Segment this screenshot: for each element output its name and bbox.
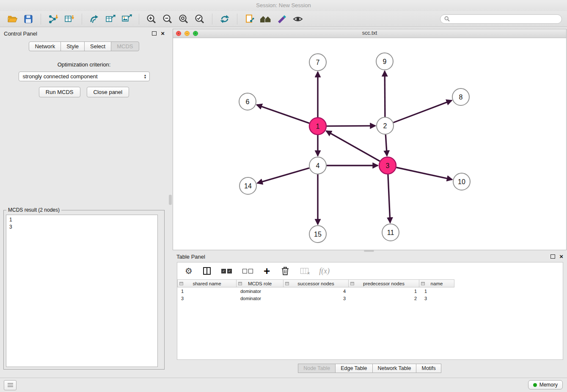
search-input[interactable] xyxy=(452,16,558,22)
checked-boxes-icon: ✓✓ xyxy=(221,269,232,273)
column-header-predecessor-nodes[interactable]: predecessor nodes xyxy=(348,279,419,287)
table-tabs: Node TableEdge TableNetwork TableMotifs xyxy=(173,364,567,373)
trash-icon xyxy=(281,266,290,276)
edge-3-1[interactable] xyxy=(326,131,380,161)
edge-4-14[interactable] xyxy=(257,168,309,183)
export-network-button[interactable] xyxy=(87,13,102,25)
table-row[interactable]: 3dominator323 xyxy=(177,295,563,302)
tab-network[interactable]: Network xyxy=(29,41,61,51)
edge-2-9[interactable] xyxy=(385,71,385,117)
edge-3-10[interactable] xyxy=(396,168,452,180)
edge-1-6[interactable] xyxy=(257,105,310,124)
svg-text:7: 7 xyxy=(316,59,320,66)
node-7[interactable]: 7 xyxy=(309,54,326,71)
select-all-columns-button[interactable]: ✓✓ xyxy=(221,269,232,273)
float-panel-icon[interactable] xyxy=(550,254,555,259)
node-3[interactable]: 3 xyxy=(379,157,396,174)
close-table-panel-icon[interactable]: × xyxy=(559,254,563,259)
zoom-out-button[interactable] xyxy=(160,13,175,25)
import-network-button[interactable] xyxy=(46,13,61,25)
column-header-successor-nodes[interactable]: successor nodes xyxy=(283,279,349,287)
zoom-in-icon xyxy=(146,14,157,25)
export-table-button[interactable] xyxy=(103,13,118,25)
node-2[interactable]: 2 xyxy=(377,117,394,134)
delete-column-button[interactable] xyxy=(281,266,290,276)
tab-network-table[interactable]: Network Table xyxy=(372,364,417,373)
node-1[interactable]: 1 xyxy=(309,118,326,135)
minimize-window-button[interactable]: − xyxy=(184,31,190,36)
apply-layout-button[interactable] xyxy=(217,13,232,25)
panel-selector-button[interactable] xyxy=(4,380,17,390)
svg-text:14: 14 xyxy=(244,182,252,190)
column-header-shared-name[interactable]: shared name xyxy=(177,279,237,287)
control-panel: Control Panel × NetworkStyleSelectMCDS O… xyxy=(0,29,168,373)
node-14[interactable]: 14 xyxy=(239,177,256,194)
home-button[interactable] xyxy=(259,13,273,25)
copy-view-button[interactable] xyxy=(242,13,257,25)
show-columns-button[interactable] xyxy=(203,267,211,275)
import-table-button[interactable] xyxy=(62,13,77,25)
plus-icon: + xyxy=(264,266,270,276)
save-session-button[interactable] xyxy=(21,13,36,25)
column-header-name[interactable]: name xyxy=(419,279,454,287)
close-control-panel-icon[interactable]: × xyxy=(161,31,165,36)
style-wand-button[interactable] xyxy=(275,13,289,25)
search-box[interactable] xyxy=(440,14,562,24)
network-graph[interactable]: 7968124314101511 xyxy=(173,38,566,250)
optimization-criterion-label: Optimization criterion: xyxy=(0,61,168,68)
node-4[interactable]: 4 xyxy=(309,157,326,174)
open-session-button[interactable] xyxy=(5,13,19,25)
memory-button[interactable]: Memory xyxy=(528,380,563,389)
node-15[interactable]: 15 xyxy=(309,226,326,243)
maximize-window-button[interactable]: + xyxy=(193,31,198,36)
tab-style[interactable]: Style xyxy=(61,41,85,51)
edge-3-11[interactable] xyxy=(388,174,390,223)
mcds-result-text[interactable]: 1 3 xyxy=(6,215,158,367)
criterion-dropdown[interactable]: strongly connected component ▲▼ xyxy=(19,72,150,81)
svg-text:6: 6 xyxy=(246,98,250,105)
copy-view-icon xyxy=(244,14,255,25)
tab-mcds[interactable]: MCDS xyxy=(111,41,139,51)
node-6[interactable]: 6 xyxy=(239,93,256,110)
network-window-titlebar: × − + scc.txt xyxy=(173,29,566,38)
column-header-mcds-role[interactable]: MCDS role xyxy=(236,279,284,287)
network-window: × − + scc.txt 7968124314101511 xyxy=(173,29,567,250)
close-panel-button[interactable]: Close panel xyxy=(87,87,129,97)
table-settings-button[interactable]: ⚙ xyxy=(185,267,193,275)
tab-edge-table[interactable]: Edge Table xyxy=(335,364,372,373)
vertical-panel-divider[interactable] xyxy=(168,29,173,373)
svg-text:10: 10 xyxy=(458,178,465,185)
edge-1-2[interactable] xyxy=(327,126,375,126)
svg-text:8: 8 xyxy=(459,94,463,101)
tab-node-table[interactable]: Node Table xyxy=(298,364,336,373)
import-network-icon xyxy=(48,14,59,25)
memory-label: Memory xyxy=(539,382,558,388)
node-8[interactable]: 8 xyxy=(452,88,469,105)
float-panel-icon[interactable] xyxy=(152,31,157,36)
column-header-label: name xyxy=(431,281,443,286)
close-window-button[interactable]: × xyxy=(176,31,181,36)
node-11[interactable]: 11 xyxy=(382,224,399,241)
edge-2-3[interactable] xyxy=(385,135,387,156)
export-image-button[interactable] xyxy=(119,13,134,25)
tab-select[interactable]: Select xyxy=(84,41,111,51)
node-9[interactable]: 9 xyxy=(376,53,393,70)
run-mcds-button[interactable]: Run MCDS xyxy=(39,87,80,97)
divider-handle[interactable] xyxy=(169,195,172,205)
tab-motifs[interactable]: Motifs xyxy=(416,364,441,373)
edge-2-8[interactable] xyxy=(394,100,452,122)
zoom-fit-button[interactable] xyxy=(176,13,191,25)
svg-text:1: 1 xyxy=(316,123,320,130)
show-hide-button[interactable] xyxy=(291,13,305,25)
svg-text:3: 3 xyxy=(386,162,390,169)
search-icon xyxy=(444,16,450,22)
node-10[interactable]: 10 xyxy=(453,173,470,190)
zoom-selected-button[interactable] xyxy=(193,13,207,25)
deselect-all-columns-button[interactable] xyxy=(242,269,253,273)
table-row[interactable]: 1dominator411 xyxy=(177,287,563,295)
zoom-in-button[interactable] xyxy=(144,13,159,25)
svg-text:2: 2 xyxy=(383,122,387,130)
delete-table-button xyxy=(300,268,308,274)
create-column-button[interactable]: + xyxy=(264,266,270,276)
svg-text:15: 15 xyxy=(314,231,322,238)
